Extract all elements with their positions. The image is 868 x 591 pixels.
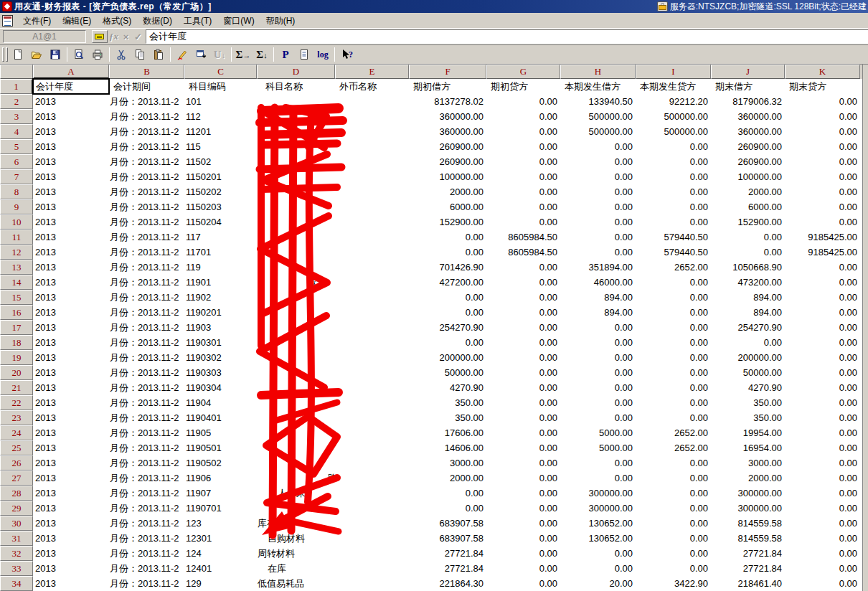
row-header-19[interactable]: 19 [0, 350, 33, 365]
cell-H7[interactable]: 0.00 [560, 169, 636, 184]
cell-F13[interactable]: 701426.90 [409, 260, 486, 275]
cell-E23[interactable] [335, 410, 409, 425]
cell-A16[interactable]: 2013 [33, 305, 109, 320]
row-header-15[interactable]: 15 [0, 290, 33, 305]
cell-B32[interactable]: 月份：2013.11-2 [109, 546, 184, 561]
cell-K13[interactable]: 0.00 [785, 260, 860, 275]
cell-B19[interactable]: 月份：2013.11-2 [109, 350, 184, 365]
cell-D20[interactable] [257, 365, 335, 380]
cell-A34[interactable]: 2013 [33, 576, 109, 591]
cell-H19[interactable]: 0.00 [560, 350, 636, 365]
cell-B17[interactable]: 月份：2013.11-2 [109, 320, 184, 335]
cell-K31[interactable]: 0.00 [785, 531, 860, 546]
row-header-8[interactable]: 8 [0, 184, 33, 199]
cell-K7[interactable]: 0.00 [785, 169, 860, 184]
cell-B8[interactable]: 月份：2013.11-2 [109, 184, 184, 199]
cell-B29[interactable]: 月份：2013.11-2 [109, 501, 184, 516]
keyboard-button[interactable] [92, 30, 108, 43]
cell-J1[interactable]: 期末借方 [711, 79, 785, 94]
column-header-K[interactable]: K [785, 65, 860, 79]
cell-J4[interactable]: 360000.00 [711, 124, 785, 139]
row-header-16[interactable]: 16 [0, 305, 33, 320]
row-header-33[interactable]: 33 [0, 561, 33, 576]
cell-H2[interactable]: 133940.50 [560, 94, 636, 109]
cell-H8[interactable]: 0.00 [560, 184, 636, 199]
cell-A11[interactable]: 2013 [33, 230, 109, 245]
cell-D4[interactable] [257, 124, 335, 139]
cell-B5[interactable]: 月份：2013.11-2 [109, 139, 184, 154]
cell-B26[interactable]: 月份：2013.11-2 [109, 455, 184, 471]
cell-K29[interactable]: 0.00 [785, 501, 860, 516]
cell-B9[interactable]: 月份：2013.11-2 [109, 199, 184, 214]
cell-C7[interactable]: 1150201 [184, 169, 257, 184]
cell-H17[interactable]: 0.00 [560, 320, 636, 335]
cell-F22[interactable]: 350.00 [409, 395, 486, 410]
cell-F19[interactable]: 200000.00 [409, 350, 486, 365]
cell-B12[interactable]: 月份：2013.11-2 [109, 245, 184, 260]
row-header-2[interactable]: 2 [0, 94, 33, 109]
cell-A1[interactable]: 会计年度 [33, 79, 109, 94]
column-header-I[interactable]: I [636, 65, 711, 79]
cell-G31[interactable]: 0.00 [486, 531, 560, 546]
column-header-H[interactable]: H [560, 65, 636, 79]
cell-B14[interactable]: 月份：2013.11-2 [109, 275, 184, 290]
row-header-12[interactable]: 12 [0, 245, 33, 260]
cell-H21[interactable]: 0.00 [560, 380, 636, 395]
cell-F25[interactable]: 14606.00 [409, 440, 486, 455]
sum-column-button[interactable]: Σ↓ [253, 46, 271, 63]
cell-F4[interactable]: 360000.00 [409, 124, 486, 139]
cell-J5[interactable]: 260900.00 [711, 139, 785, 154]
cell-D8[interactable] [257, 184, 335, 199]
cell-E34[interactable] [335, 576, 409, 591]
menu-数据D[interactable]: 数据(D) [137, 14, 178, 28]
cell-E31[interactable] [335, 531, 409, 546]
cell-G16[interactable]: 0.00 [486, 305, 560, 320]
open-button[interactable] [27, 46, 46, 63]
cell-A27[interactable]: 2013 [33, 471, 109, 486]
cell-A30[interactable]: 2013 [33, 516, 109, 531]
cell-F27[interactable]: 2000.00 [409, 471, 486, 486]
row-header-11[interactable]: 11 [0, 230, 33, 245]
cell-H24[interactable]: 5000.00 [560, 425, 636, 440]
format-pen-button[interactable] [173, 46, 192, 63]
menu-格式S[interactable]: 格式(S) [97, 14, 137, 28]
cell-K19[interactable]: 0.00 [785, 350, 860, 365]
cell-I5[interactable]: 0.00 [636, 139, 711, 154]
cell-A29[interactable]: 2013 [33, 501, 109, 516]
cell-I33[interactable]: 0.00 [636, 561, 711, 576]
cell-A31[interactable]: 2013 [33, 531, 109, 546]
cell-A26[interactable]: 2013 [33, 455, 109, 471]
cell-J34[interactable]: 218461.40 [711, 576, 785, 591]
cell-G23[interactable]: 0.00 [486, 410, 560, 425]
cell-B18[interactable]: 月份：2013.11-2 [109, 335, 184, 350]
row-header-6[interactable]: 6 [0, 154, 33, 169]
cell-F5[interactable]: 260900.00 [409, 139, 486, 154]
cell-G13[interactable]: 0.00 [486, 260, 560, 275]
cell-I1[interactable]: 本期发生贷方 [636, 79, 711, 94]
cell-B34[interactable]: 月份：2013.11-2 [109, 576, 184, 591]
cell-K24[interactable]: 0.00 [785, 425, 860, 440]
cell-C14[interactable]: 11901 [184, 275, 257, 290]
cell-J32[interactable]: 27721.84 [711, 546, 785, 561]
cell-C18[interactable]: 1190301 [184, 335, 257, 350]
cell-J18[interactable]: 0.00 [711, 335, 785, 350]
cell-K30[interactable]: 0.00 [785, 516, 860, 531]
cell-J23[interactable]: 350.00 [711, 410, 785, 425]
menu-窗口W[interactable]: 窗口(W) [217, 14, 260, 28]
cell-K3[interactable]: 0.00 [785, 109, 860, 124]
cell-H10[interactable]: 0.00 [560, 214, 636, 230]
cell-A10[interactable]: 2013 [33, 214, 109, 230]
cell-E19[interactable] [335, 350, 409, 365]
cell-G28[interactable]: 0.00 [486, 486, 560, 501]
cell-C19[interactable]: 1190302 [184, 350, 257, 365]
cell-B10[interactable]: 月份：2013.11-2 [109, 214, 184, 230]
cell-G3[interactable]: 0.00 [486, 109, 560, 124]
cell-I26[interactable]: 0.00 [636, 455, 711, 471]
cell-G5[interactable]: 0.00 [486, 139, 560, 154]
cell-F21[interactable]: 4270.90 [409, 380, 486, 395]
cell-A28[interactable]: 2013 [33, 486, 109, 501]
cell-H22[interactable]: 0.00 [560, 395, 636, 410]
cell-D19[interactable] [257, 350, 335, 365]
column-header-G[interactable]: G [486, 65, 560, 79]
cell-A15[interactable]: 2013 [33, 290, 109, 305]
